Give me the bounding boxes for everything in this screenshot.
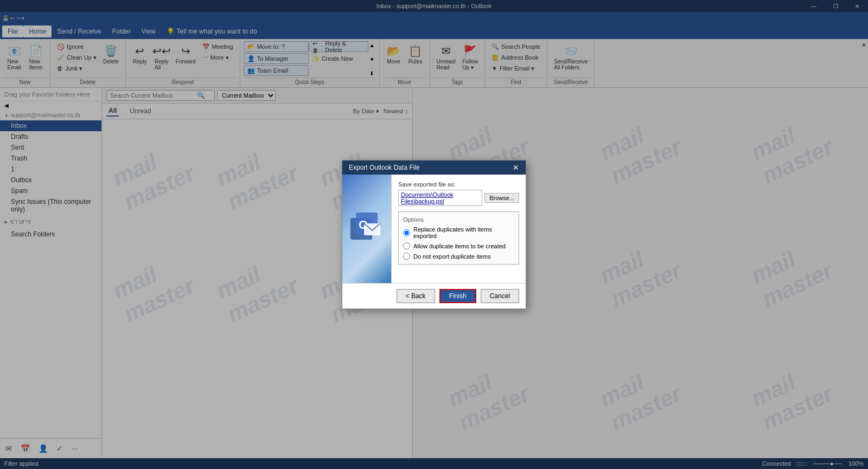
radio-allow-duplicates-label: Allow duplicate items to be created: [413, 243, 506, 249]
outlook-logo-svg: O: [348, 210, 386, 248]
modal-save-label-wrap: Save exported file as: Documents\Outlook…: [398, 181, 519, 206]
modal-back-button[interactable]: < Back: [397, 289, 435, 303]
modal-footer: < Back Finish Cancel: [342, 283, 526, 309]
modal-options-title: Options: [403, 216, 514, 223]
modal-title-bar: Export Outlook Data File ✕: [342, 160, 526, 175]
radio-replace-duplicates[interactable]: Replace duplicates with items exported: [403, 226, 514, 239]
radio-no-export-duplicates[interactable]: Do not export duplicate items: [403, 253, 514, 260]
modal-title: Export Outlook Data File: [349, 164, 420, 171]
modal-file-input: Documents\Outlook Files\backup.pst Brows…: [398, 190, 519, 206]
modal-close-button[interactable]: ✕: [513, 164, 519, 171]
modal-browse-button[interactable]: Browse...: [484, 193, 519, 203]
modal-image-inner: O: [342, 175, 391, 283]
radio-allow-duplicates-input[interactable]: [403, 242, 410, 249]
modal-overlay: Export Outlook Data File ✕ O: [0, 0, 868, 469]
modal-finish-button[interactable]: Finish: [439, 289, 476, 303]
radio-replace-duplicates-label: Replace duplicates with items exported: [413, 226, 514, 239]
modal-right: Save exported file as: Documents\Outlook…: [391, 175, 526, 283]
radio-no-export-duplicates-label: Do not export duplicate items: [413, 253, 490, 260]
modal-radio-group: Replace duplicates with items exported A…: [403, 226, 514, 260]
modal-image: O: [342, 175, 391, 283]
export-dialog: Export Outlook Data File ✕ O: [342, 160, 526, 309]
modal-options-box: Options Replace duplicates with items ex…: [398, 211, 519, 265]
radio-allow-duplicates[interactable]: Allow duplicate items to be created: [403, 242, 514, 249]
modal-cancel-button[interactable]: Cancel: [481, 289, 519, 303]
modal-save-label: Save exported file as:: [398, 181, 519, 188]
modal-body: O Save exported file as: Documents\Outlo…: [342, 175, 526, 283]
radio-no-export-duplicates-input[interactable]: [403, 253, 410, 260]
modal-filepath[interactable]: Documents\Outlook Files\backup.pst: [398, 190, 482, 206]
radio-replace-duplicates-input[interactable]: [403, 229, 410, 236]
